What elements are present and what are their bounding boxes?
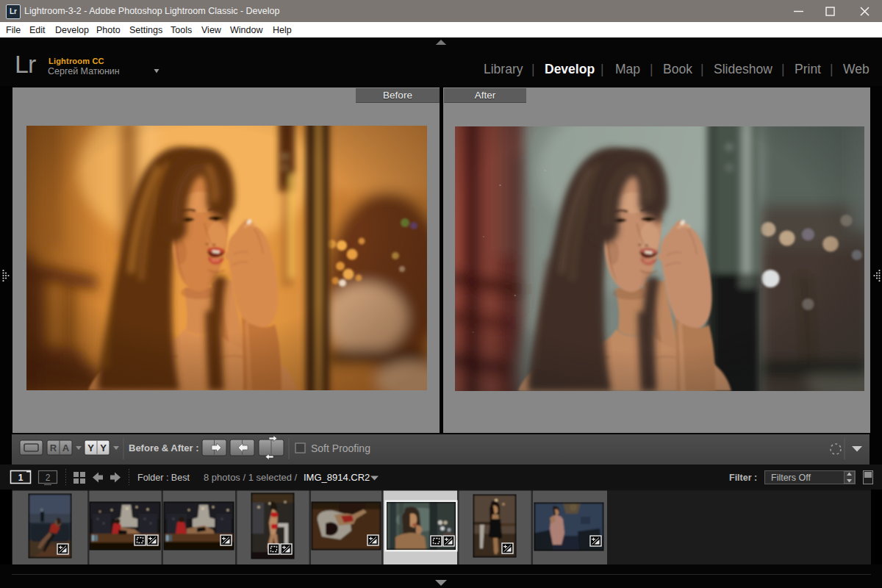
svg-text:Y: Y [87, 442, 94, 453]
svg-text:8 photos / 1 selected /: 8 photos / 1 selected / [204, 472, 298, 483]
svg-text:R: R [50, 442, 57, 453]
svg-text:Folder : Best: Folder : Best [137, 473, 190, 483]
svg-text:IMG_8914.CR2: IMG_8914.CR2 [304, 472, 370, 483]
svg-text:Filter :: Filter : [729, 473, 757, 483]
svg-text:Y: Y [100, 442, 107, 453]
svg-text:2: 2 [46, 473, 51, 483]
svg-text:A: A [62, 442, 70, 453]
svg-text:Before & After :: Before & After : [129, 442, 199, 453]
svg-text:Soft Proofing: Soft Proofing [311, 442, 370, 454]
svg-text:1: 1 [18, 473, 24, 483]
svg-text:Filters Off: Filters Off [771, 473, 811, 483]
